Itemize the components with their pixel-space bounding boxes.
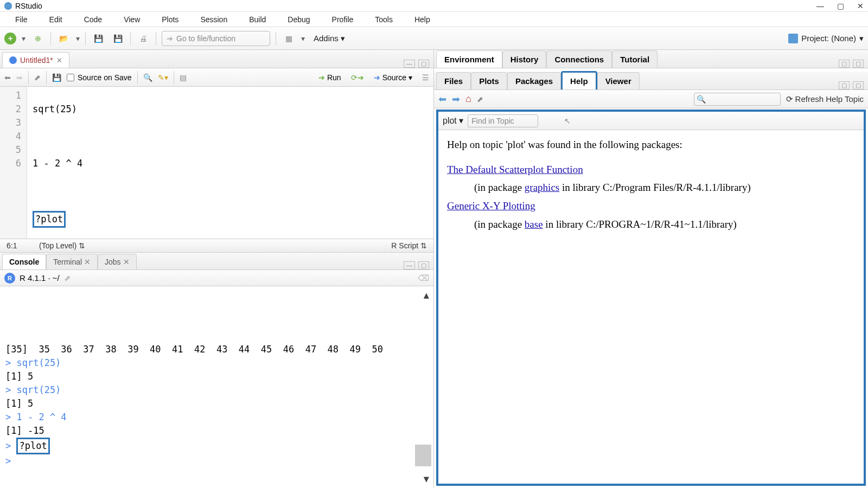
console-output[interactable]: ▲ ▼ [35] 35 36 37 38 39 40 41 42 43 44 4… bbox=[0, 286, 433, 488]
tab-plots[interactable]: Plots bbox=[471, 72, 507, 89]
close-tab-icon[interactable]: ✕ bbox=[56, 56, 62, 65]
refresh-help-button[interactable]: ⟳ Refresh Help Topic bbox=[786, 94, 864, 104]
project-icon bbox=[788, 34, 798, 43]
tab-history[interactable]: History bbox=[502, 50, 547, 68]
find-icon[interactable]: 🔍 bbox=[143, 73, 152, 82]
maximize-pane-icon[interactable]: ▢ bbox=[853, 60, 864, 68]
source-on-save-label: Source on Save bbox=[78, 73, 132, 82]
source-editor[interactable]: 1 2 3 4 5 6 sqrt(25) 1 - 2 ^ 4 ?plot bbox=[0, 87, 433, 239]
back-nav-icon[interactable]: ⬅ bbox=[4, 73, 11, 82]
help-back-icon[interactable]: ⬅ bbox=[438, 93, 446, 105]
language-selector[interactable]: R Script ⇅ bbox=[391, 241, 427, 250]
menu-plots[interactable]: Plots bbox=[162, 15, 178, 24]
help-search-input[interactable]: 🔍 bbox=[694, 93, 781, 106]
new-project-button[interactable]: ⊕ bbox=[31, 31, 45, 46]
dropdown-icon: ▾ bbox=[859, 34, 864, 43]
addins-menu[interactable]: Addins ▾ bbox=[310, 34, 348, 43]
grid-button[interactable]: ▦ bbox=[282, 31, 296, 46]
restore-pane-icon[interactable]: ▢ bbox=[839, 81, 850, 89]
help-topic-selector[interactable]: plot ▾ bbox=[443, 115, 463, 126]
tab-files[interactable]: Files bbox=[436, 72, 471, 89]
console-tab[interactable]: Console bbox=[2, 254, 46, 269]
help-link-scatterplot[interactable]: The Default Scatterplot Function bbox=[447, 164, 583, 175]
maximize-pane-icon[interactable]: ▢ bbox=[418, 60, 429, 68]
find-in-topic-input[interactable]: Find in Topic bbox=[468, 114, 538, 127]
tab-help[interactable]: Help bbox=[561, 71, 597, 89]
open-file-button[interactable]: 📂 bbox=[56, 31, 71, 46]
maximize-button[interactable]: ▢ bbox=[837, 2, 844, 10]
scroll-up-icon[interactable]: ▲ bbox=[424, 288, 429, 302]
minimize-button[interactable]: — bbox=[816, 2, 824, 10]
terminal-tab[interactable]: Terminal ✕ bbox=[46, 254, 98, 269]
source-button[interactable]: ➔ Source ▾ bbox=[369, 72, 417, 83]
tab-packages[interactable]: Packages bbox=[507, 72, 561, 89]
dropdown-icon[interactable]: ▾ bbox=[22, 34, 25, 43]
tab-connections[interactable]: Connections bbox=[546, 50, 612, 68]
pop-out-icon[interactable]: ⬈ bbox=[64, 273, 71, 283]
menu-file[interactable]: File bbox=[15, 15, 28, 24]
help-home-icon[interactable]: ⌂ bbox=[465, 93, 471, 105]
outline-icon[interactable]: ☰ bbox=[422, 73, 429, 82]
menu-edit[interactable]: Edit bbox=[49, 15, 62, 24]
help-link-graphics[interactable]: graphics bbox=[525, 182, 559, 193]
jobs-tab[interactable]: Jobs ✕ bbox=[98, 254, 136, 269]
code-line-3: 1 - 2 ^ 4 bbox=[33, 157, 428, 170]
code-area[interactable]: sqrt(25) 1 - 2 ^ 4 ?plot bbox=[27, 87, 433, 239]
menu-code[interactable]: Code bbox=[84, 15, 102, 24]
goto-file-input[interactable]: ➔ Go to file/function bbox=[162, 31, 270, 46]
notebook-icon[interactable]: ▤ bbox=[180, 73, 187, 82]
view-tabs: Files Plots Packages Help Viewer ▢ ▢ bbox=[434, 72, 868, 90]
separator bbox=[50, 32, 51, 45]
app-logo-icon bbox=[4, 2, 12, 10]
run-button[interactable]: ➔ Run bbox=[314, 72, 346, 83]
main-toolbar: + ▾ ⊕ 📂 ▾ 💾 💾 🖨 ➔ Go to file/function ▦ … bbox=[0, 27, 868, 50]
wand-icon[interactable]: ✎▾ bbox=[158, 73, 168, 82]
rerun-button[interactable]: ⟳➔ bbox=[351, 73, 364, 82]
menu-profile[interactable]: Profile bbox=[332, 15, 354, 24]
highlighted-console: ?plot bbox=[16, 438, 49, 454]
save-button[interactable]: 💾 bbox=[91, 31, 105, 46]
help-forward-icon[interactable]: ➡ bbox=[452, 93, 460, 105]
menu-build[interactable]: Build bbox=[249, 15, 266, 24]
help-link-xyplotting[interactable]: Generic X-Y Plotting bbox=[447, 200, 535, 211]
help-link-base[interactable]: base bbox=[525, 219, 543, 230]
restore-pane-icon[interactable]: ▢ bbox=[839, 60, 850, 68]
goto-arrow-icon: ➔ bbox=[167, 34, 173, 43]
tab-viewer[interactable]: Viewer bbox=[597, 72, 640, 89]
scroll-down-icon[interactable]: ▼ bbox=[424, 472, 429, 486]
forward-nav-icon[interactable]: ➡ bbox=[16, 73, 23, 82]
search-icon: 🔍 bbox=[697, 95, 706, 104]
maximize-pane-icon[interactable]: ▢ bbox=[418, 261, 429, 269]
help-popup-icon[interactable]: ⬈ bbox=[477, 95, 483, 104]
close-button[interactable]: ✕ bbox=[857, 2, 864, 10]
minimize-pane-icon[interactable]: — bbox=[404, 261, 415, 269]
scrollbar-thumb[interactable] bbox=[415, 445, 431, 466]
source-on-save-checkbox[interactable] bbox=[67, 74, 74, 81]
scope-selector[interactable]: (Top Level) ⇅ bbox=[39, 241, 391, 250]
show-in-new-window-icon[interactable]: ⬈ bbox=[34, 73, 41, 82]
print-button[interactable]: 🖨 bbox=[136, 31, 150, 46]
project-selector[interactable]: Project: (None) ▾ bbox=[788, 34, 864, 43]
save-icon[interactable]: 💾 bbox=[52, 73, 61, 82]
goto-placeholder: Go to file/function bbox=[176, 34, 235, 43]
help-toolbar: ⬅ ➡ ⌂ ⬈ 🔍 ⟳ Refresh Help Topic bbox=[434, 90, 868, 108]
console-tabs: Console Terminal ✕ Jobs ✕ — ▢ bbox=[0, 253, 433, 270]
menu-debug[interactable]: Debug bbox=[288, 15, 310, 24]
minimize-pane-icon[interactable]: — bbox=[404, 60, 415, 68]
menu-tools[interactable]: Tools bbox=[375, 15, 393, 24]
maximize-pane-icon[interactable]: ▢ bbox=[853, 81, 864, 89]
clear-console-icon[interactable]: ⌫ bbox=[418, 273, 429, 283]
menu-session[interactable]: Session bbox=[200, 15, 227, 24]
save-all-button[interactable]: 💾 bbox=[111, 31, 125, 46]
dropdown-icon[interactable]: ▾ bbox=[76, 34, 80, 43]
menu-view[interactable]: View bbox=[124, 15, 140, 24]
tab-tutorial[interactable]: Tutorial bbox=[612, 50, 658, 68]
refresh-icon: ⟳ bbox=[786, 94, 793, 104]
menu-help[interactable]: Help bbox=[414, 15, 430, 24]
code-line-4 bbox=[33, 184, 428, 197]
line-gutter: 1 2 3 4 5 6 bbox=[0, 87, 27, 239]
new-file-button[interactable]: + bbox=[4, 33, 16, 44]
dropdown-icon[interactable]: ▾ bbox=[301, 34, 305, 43]
source-tab[interactable]: Untitled1* ✕ bbox=[2, 52, 69, 68]
tab-environment[interactable]: Environment bbox=[436, 50, 502, 68]
